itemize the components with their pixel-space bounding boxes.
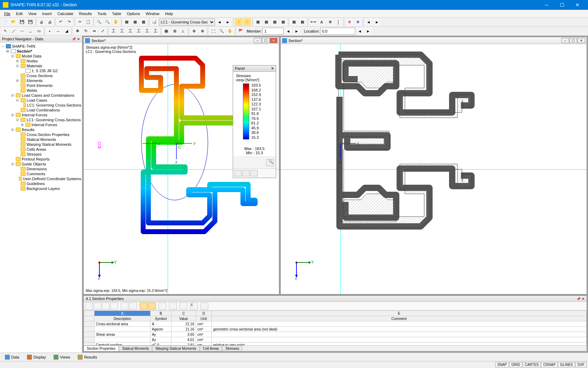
open-icon[interactable]: 📂 [10,18,18,26]
loadcase-select[interactable]: LC1 - Governing Cross-Sec [159,19,215,26]
rotate-icon[interactable]: ↻ [82,27,90,35]
menu-view[interactable]: View [26,11,40,16]
tbl-btn4[interactable] [110,302,118,309]
axis-red-icon[interactable]: ⊕ [345,18,353,26]
menu-insert[interactable]: Insert [39,11,55,16]
tbl-btn5[interactable] [121,302,128,309]
nav-last-icon[interactable]: ► [373,18,381,26]
menu-window[interactable]: Window [143,11,162,16]
status-glines[interactable]: GLINES [558,362,575,367]
maximize-button[interactable]: ☐ [554,0,570,10]
pan-icon[interactable]: ✋ [112,18,120,26]
tab-section-props[interactable]: Section Properties [84,346,119,351]
profile6-icon[interactable]: 工 [152,27,159,35]
scale-icon[interactable]: ⤢ [99,27,106,35]
minimize-icon[interactable]: ─ [254,38,261,43]
view-mode-icon[interactable]: ▦ [123,18,131,26]
legend-opt2-icon[interactable] [243,170,250,176]
status-grid[interactable]: GRID [509,362,522,367]
tab-statical[interactable]: Statical Moments [119,346,152,351]
table-icon[interactable]: ▦ [290,18,298,26]
view-zoom-icon[interactable]: 🔍 [218,27,225,35]
menu-results[interactable]: Results [76,11,95,16]
move-icon[interactable]: ✥ [74,27,81,35]
save-icon[interactable]: 💾 [18,18,26,26]
tab-views[interactable]: Views [50,354,74,361]
menu-help[interactable]: Help [162,11,176,16]
profile4-icon[interactable]: 工 [135,27,142,35]
tbl-calc-icon[interactable] [201,302,208,309]
member-next-icon[interactable]: ► [293,27,300,35]
maximize-icon[interactable]: ☐ [569,38,577,43]
menu-file[interactable]: File [1,11,13,16]
tbl-btn7[interactable] [140,302,147,309]
tbl-btn3[interactable] [102,302,110,309]
tbl-excel-icon[interactable]: X [190,302,198,309]
axis2-icon[interactable]: ⊕ [198,27,206,35]
prev-loadcase-icon[interactable]: ◄ [216,18,223,26]
zoom-window-icon[interactable]: 🔍 [104,18,111,26]
close-icon[interactable]: ✕ [270,38,278,43]
polyline-icon[interactable]: 〰 [18,27,26,35]
guide-icon[interactable]: │ [335,18,342,26]
tab-cells[interactable]: Cell Areas [200,346,222,351]
canvas-left[interactable]: Stresses sigma-eqv [N/mm^2] LC1 : Govern… [84,44,279,294]
pin-icon[interactable]: 📌 ✕ [72,37,80,41]
menu-tools[interactable]: Tools [94,11,109,16]
status-cartes[interactable]: CARTES [523,362,541,367]
new-icon[interactable]: 📄 [1,18,9,26]
tab-stresses[interactable]: Stresses [222,346,242,351]
legend-zoom-icon[interactable]: 🔍 [266,159,274,166]
menu-table[interactable]: Table [109,11,124,16]
results3-icon[interactable]: ▦ [271,18,279,26]
tbl-btn8[interactable] [148,302,156,309]
save-all-icon[interactable]: 💾 [27,18,34,26]
tab-results[interactable]: Results [74,354,100,361]
tbl-btn9[interactable] [159,302,166,309]
legend-close-icon[interactable]: ✕ [271,66,274,71]
calculate-all-icon[interactable]: ⚡ [243,18,251,26]
axis-blue-icon[interactable]: ⊕ [354,18,362,26]
print-icon[interactable]: 🖨 [37,18,45,26]
close-button[interactable]: ✕ [570,0,585,10]
member-prev-icon[interactable]: ◄ [284,27,292,35]
grid-icon[interactable]: ▦ [162,27,170,35]
node-icon[interactable]: • [46,27,54,35]
print-preview-icon[interactable]: 🖨 [46,18,54,26]
location-prev-icon[interactable]: ◄ [356,27,364,35]
text-icon[interactable]: A [318,18,326,26]
ortho-icon[interactable]: ⊥ [179,27,187,35]
next-loadcase-icon[interactable]: ► [224,18,232,26]
view-pan-icon[interactable]: ✋ [226,27,234,35]
origin-icon[interactable]: ⊕ [190,27,198,35]
status-snap[interactable]: SNAP [495,362,509,367]
location-input[interactable] [320,28,355,35]
view-mode2-icon[interactable]: ▦ [131,18,139,26]
calculate-icon[interactable]: ⚡ [235,18,243,26]
dim-icon[interactable]: ⟷ [309,18,317,26]
legend-opt1-icon[interactable] [234,170,241,176]
select-icon[interactable]: ↖ [1,27,9,35]
minimize-button[interactable]: ─ [539,0,554,10]
weld-icon[interactable]: ◢ [63,27,70,35]
undo-icon[interactable]: ↶ [57,18,64,26]
maximize-icon[interactable]: ☐ [262,38,270,43]
rect-icon[interactable]: ▭ [35,27,43,35]
element-icon[interactable]: ─ [54,27,62,35]
navigator-tree[interactable]: ▪SHAPE-THIN ⊟Section* ⊟Model Data ⊞Nodes… [0,42,82,353]
tbl-btn10[interactable] [169,302,177,309]
menu-calculate[interactable]: Calculate [55,11,76,16]
navigator-icon[interactable]: ▦ [299,18,306,26]
canvas-right[interactable]: y z Y Z [281,44,587,294]
tab-data[interactable]: Data [1,354,23,361]
redo-icon[interactable]: ↷ [65,18,73,26]
table-pin-icon[interactable]: 📌 ✕ [576,297,584,301]
results1-icon[interactable]: ▦ [254,18,262,26]
location-next-icon[interactable]: ► [364,27,372,35]
view-fit-icon[interactable]: ⛶ [209,27,217,35]
status-osnap[interactable]: OSNAP [541,362,558,367]
profile2-icon[interactable]: 工 [118,27,126,35]
loadcase-icon[interactable]: 📊 [150,18,158,26]
tab-warping[interactable]: Warping Statical Moments [152,346,199,351]
arc-icon[interactable]: ◡ [27,27,34,35]
